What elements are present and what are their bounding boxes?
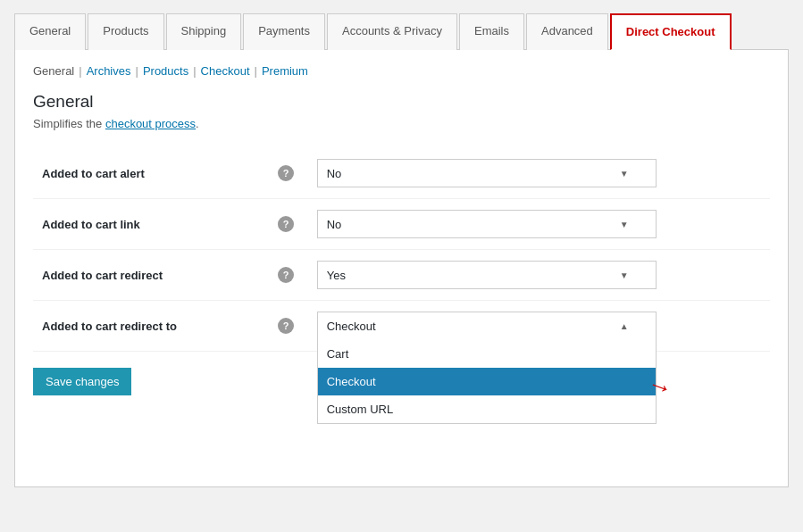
tab-emails[interactable]: Emails — [459, 13, 524, 50]
help-cell-2: ? — [264, 199, 308, 250]
dropdown-redirect-to: Cart Checkout Custom URL — [317, 340, 657, 424]
select-alert-value: No — [327, 167, 342, 180]
sub-nav: General | Archives | Products | Checkout… — [33, 64, 770, 78]
select-wrapper-link: No ▼ — [317, 210, 657, 238]
dropdown-option-custom-url[interactable]: Custom URL — [318, 395, 656, 423]
help-cell-3: ? — [264, 250, 308, 301]
control-added-to-cart-link: No ▼ — [308, 199, 770, 250]
select-link-value: No — [327, 218, 342, 231]
help-icon-2[interactable]: ? — [278, 216, 294, 232]
tab-advanced[interactable]: Advanced — [526, 13, 608, 50]
select-added-to-cart-redirect-to[interactable]: Checkout ▲ — [317, 312, 657, 340]
section-desc-prefix: Simplifies the — [33, 117, 105, 130]
label-added-to-cart-redirect: Added to cart redirect — [33, 250, 264, 301]
help-icon-4[interactable]: ? — [278, 318, 294, 334]
label-added-to-cart-redirect-to: Added to cart redirect to — [33, 301, 264, 352]
control-added-to-cart-redirect: Yes ▼ — [308, 250, 770, 301]
select-wrapper-alert: No ▼ — [317, 159, 657, 187]
select-wrapper-redirect-to: Checkout ▲ Cart Checkout Custom URL ← — [317, 312, 657, 340]
help-icon-3[interactable]: ? — [278, 267, 294, 283]
section-desc-suffix: . — [196, 117, 199, 130]
dropdown-option-checkout[interactable]: Checkout — [318, 368, 656, 395]
select-added-to-cart-alert[interactable]: No ▼ — [317, 159, 657, 187]
select-redirect-to-value: Checkout — [327, 320, 376, 333]
tab-shipping[interactable]: Shipping — [166, 13, 242, 50]
control-added-to-cart-redirect-to: Checkout ▲ Cart Checkout Custom URL ← — [308, 301, 770, 352]
tab-products[interactable]: Products — [88, 13, 163, 50]
row-added-to-cart-redirect-to: Added to cart redirect to ? Checkout ▲ C… — [33, 301, 770, 352]
select-added-to-cart-link[interactable]: No ▼ — [317, 210, 657, 238]
subnav-premium[interactable]: Premium — [262, 64, 308, 78]
subnav-sep-4: | — [255, 64, 257, 78]
row-added-to-cart-alert: Added to cart alert ? No ▼ — [33, 148, 770, 199]
help-cell-1: ? — [264, 148, 308, 199]
content-area: General | Archives | Products | Checkout… — [14, 50, 789, 487]
help-cell-4: ? — [264, 301, 308, 352]
form-table: Added to cart alert ? No ▼ — [33, 148, 770, 352]
help-icon-1[interactable]: ? — [278, 165, 294, 181]
label-added-to-cart-alert: Added to cart alert — [33, 148, 264, 199]
chevron-down-icon-alert: ▼ — [620, 169, 629, 179]
save-changes-button[interactable]: Save changes — [33, 368, 131, 395]
tab-general[interactable]: General — [14, 13, 86, 50]
subnav-products[interactable]: Products — [143, 64, 188, 78]
control-added-to-cart-alert: No ▼ — [308, 148, 770, 199]
checkout-process-link[interactable]: checkout process — [105, 117, 196, 130]
subnav-sep-3: | — [193, 64, 196, 78]
select-redirect-value: Yes — [327, 269, 346, 282]
select-added-to-cart-redirect[interactable]: Yes ▼ — [317, 261, 657, 289]
subnav-general[interactable]: General — [33, 64, 74, 78]
dropdown-option-cart[interactable]: Cart — [318, 340, 656, 368]
subnav-checkout[interactable]: Checkout — [201, 64, 250, 78]
select-wrapper-redirect: Yes ▼ — [317, 261, 657, 289]
tabs-bar: General Products Shipping Payments Accou… — [14, 12, 789, 50]
tab-accounts-privacy[interactable]: Accounts & Privacy — [327, 13, 457, 50]
section-heading: General — [33, 92, 770, 112]
tab-direct-checkout[interactable]: Direct Checkout — [610, 13, 732, 50]
subnav-sep-2: | — [136, 64, 138, 78]
page-wrapper: General Products Shipping Payments Accou… — [0, 0, 803, 532]
chevron-down-icon-link: ▼ — [620, 220, 629, 229]
section-description: Simplifies the checkout process. — [33, 117, 770, 130]
row-added-to-cart-link: Added to cart link ? No ▼ — [33, 199, 770, 250]
chevron-down-icon-redirect: ▼ — [620, 270, 629, 280]
label-added-to-cart-link: Added to cart link — [33, 199, 264, 250]
chevron-up-icon-redirect-to: ▲ — [620, 321, 629, 331]
subnav-sep-1: | — [79, 64, 81, 78]
tab-payments[interactable]: Payments — [243, 13, 325, 50]
subnav-archives[interactable]: Archives — [87, 64, 131, 78]
row-added-to-cart-redirect: Added to cart redirect ? Yes ▼ — [33, 250, 770, 301]
